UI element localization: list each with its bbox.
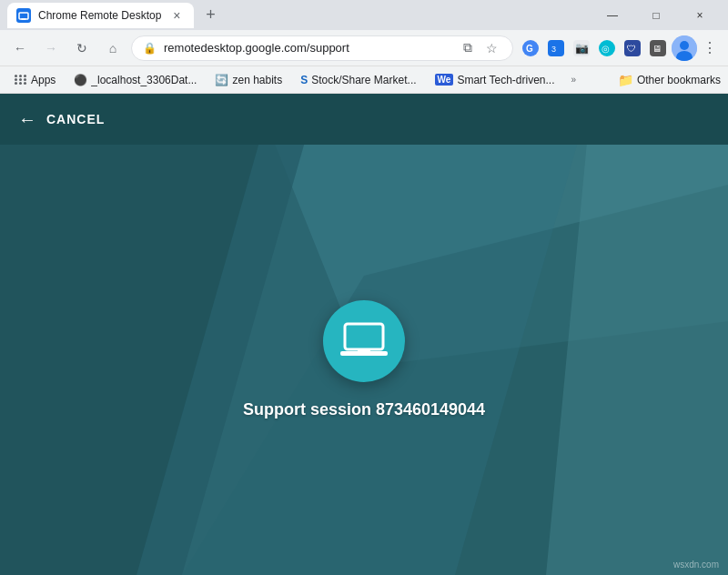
svg-rect-26 xyxy=(358,349,370,352)
svg-text:3: 3 xyxy=(551,45,556,54)
bookmark-smart[interactable]: We Smart Tech-driven... xyxy=(428,71,562,89)
bookmark-localhost-label: _localhost_3306Dat... xyxy=(91,74,197,86)
title-bar: Chrome Remote Desktop × + — □ × xyxy=(0,0,728,30)
url-action-icons: ⧉ ☆ xyxy=(458,38,501,58)
other-bookmarks[interactable]: 📁 Other bookmarks xyxy=(618,73,721,87)
folder-icon: 📁 xyxy=(618,73,633,87)
crd-topbar: ← CANCEL xyxy=(0,94,728,145)
lock-icon: 🔒 xyxy=(143,42,157,55)
svg-text:🖥: 🖥 xyxy=(652,44,662,54)
bookmark-stock-label: Stock/Share Market... xyxy=(311,74,416,86)
cancel-button[interactable]: ← CANCEL xyxy=(18,109,105,130)
bookmark-localhost[interactable]: ⚫ _localhost_3306Dat... xyxy=(66,71,204,89)
crd-page: ← CANCEL Support session 873460149044 ws… xyxy=(0,94,728,575)
bookmarks-bar: Apps ⚫ _localhost_3306Dat... 🔄 zen habit… xyxy=(0,66,728,94)
reload-button[interactable]: ↻ xyxy=(69,35,95,61)
svg-point-16 xyxy=(680,41,689,50)
browser-content: ← CANCEL Support session 873460149044 ws… xyxy=(0,94,728,575)
tab-favicon xyxy=(16,8,31,23)
laptop-icon-circle xyxy=(323,300,405,382)
shield-ext-icon[interactable]: ◎ xyxy=(595,36,619,60)
chrome-menu-icon[interactable]: ⋮ xyxy=(699,35,721,60)
guard-icon[interactable]: 🛡 xyxy=(621,36,644,60)
home-button[interactable]: ⌂ xyxy=(100,35,126,61)
svg-text:📷: 📷 xyxy=(575,41,589,55)
browser-tab[interactable]: Chrome Remote Desktop × xyxy=(7,3,194,28)
window-controls: — □ × xyxy=(592,0,721,30)
tab-close-button[interactable]: × xyxy=(168,7,185,24)
svg-text:◎: ◎ xyxy=(602,44,610,54)
apps-label: Apps xyxy=(31,74,56,86)
window-close-button[interactable]: × xyxy=(679,0,721,30)
tab-title: Chrome Remote Desktop xyxy=(38,9,161,22)
svg-rect-0 xyxy=(19,13,28,19)
svg-rect-24 xyxy=(345,324,383,349)
monitor-icon[interactable]: 🖥 xyxy=(646,36,670,60)
url-bar[interactable]: 🔒 remotedesktop.google.com/support ⧉ ☆ xyxy=(131,35,513,61)
bookmark-zenhabits[interactable]: 🔄 zen habits xyxy=(207,71,289,89)
bookmark-stock[interactable]: S Stock/Share Market... xyxy=(293,71,423,89)
bookmark-icon[interactable]: ☆ xyxy=(481,38,501,58)
google-icon[interactable]: G xyxy=(519,36,542,60)
svg-text:🛡: 🛡 xyxy=(627,44,636,54)
watermark: wsxdn.com xyxy=(673,560,719,570)
apps-bookmark[interactable]: Apps xyxy=(7,71,63,89)
other-bookmarks-label: Other bookmarks xyxy=(637,74,721,86)
new-tab-button[interactable]: + xyxy=(197,3,223,28)
camera-icon[interactable]: 📷 xyxy=(570,36,593,60)
maximize-button[interactable]: □ xyxy=(635,0,677,30)
back-arrow-icon: ← xyxy=(18,109,37,130)
address-bar: ← → ↻ ⌂ 🔒 remotedesktop.google.com/suppo… xyxy=(0,30,728,66)
bookmark-zenhabits-label: zen habits xyxy=(232,74,282,86)
open-tab-icon[interactable]: ⧉ xyxy=(458,38,478,58)
session-content: Support session 873460149044 xyxy=(0,145,728,575)
url-text: remotedesktop.google.com/support xyxy=(164,41,450,55)
svg-text:G: G xyxy=(526,44,533,54)
profile-avatar[interactable] xyxy=(672,35,697,61)
back-button[interactable]: ← xyxy=(7,35,33,61)
bookmark-smart-label: Smart Tech-driven... xyxy=(457,74,554,86)
forward-button[interactable]: → xyxy=(38,35,64,61)
session-label: Support session 873460149044 xyxy=(243,400,485,419)
laptop-icon xyxy=(339,322,389,360)
ext-badge-icon[interactable]: 3 xyxy=(544,36,568,60)
cancel-label: CANCEL xyxy=(46,112,105,126)
extension-icons: G 3 📷 ◎ 🛡 🖥 ⋮ xyxy=(519,35,721,61)
apps-grid-icon xyxy=(15,75,27,85)
bookmarks-more-button[interactable]: » xyxy=(566,72,582,87)
minimize-button[interactable]: — xyxy=(592,0,633,30)
